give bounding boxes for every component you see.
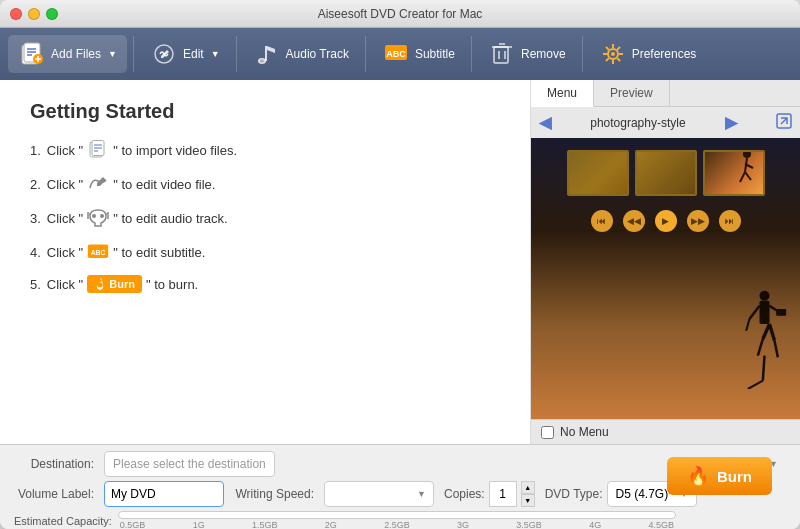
capacity-labels: 0.5GB 1G 1.5GB 2G 2.5GB 3G 3.5GB 4G 4.5G… <box>118 520 676 529</box>
preview-thumbnails <box>531 138 800 204</box>
edit-arrow: ▼ <box>211 49 220 59</box>
skip-forward-button[interactable]: ⏭ <box>719 210 741 232</box>
step-4-num: 4. <box>30 245 41 260</box>
estimated-capacity-label: Estimated Capacity: <box>14 515 112 527</box>
svg-point-34 <box>92 214 96 218</box>
step-5-post: " to burn. <box>146 277 198 292</box>
remove-button[interactable]: Remove <box>478 35 576 73</box>
svg-line-56 <box>758 339 763 356</box>
svg-rect-10 <box>265 46 267 61</box>
dvd-type-label: DVD Type: <box>545 487 603 501</box>
capacity-track <box>118 511 676 519</box>
subtitle-label: Subtitle <box>415 47 455 61</box>
burn-badge: Burn <box>87 275 142 293</box>
menu-name: photography-style <box>590 116 685 130</box>
writing-speed-select[interactable] <box>324 481 434 507</box>
step-1-pre: Click " <box>47 143 83 158</box>
preferences-button[interactable]: Preferences <box>589 35 707 73</box>
step-5-num: 5. <box>30 277 41 292</box>
minimize-button[interactable] <box>28 8 40 20</box>
step-3-icon <box>87 207 109 229</box>
main-content: Getting Started 1. Click " " to import v… <box>0 80 800 444</box>
volume-input[interactable] <box>104 481 224 507</box>
capacity-row: Estimated Capacity: 0.5GB 1G 1.5GB 2G 2.… <box>14 511 786 529</box>
getting-started-title: Getting Started <box>30 100 500 123</box>
step-5: 5. Click " Burn " to burn. <box>30 275 500 293</box>
svg-text:ABC: ABC <box>91 249 106 256</box>
svg-point-49 <box>760 291 770 301</box>
window-title: Aiseesoft DVD Creator for Mac <box>318 7 483 21</box>
no-menu-row: No Menu <box>531 419 800 444</box>
steps-list: 1. Click " " to import video files. 2. <box>30 139 500 293</box>
audio-track-icon <box>253 40 281 68</box>
no-menu-label: No Menu <box>560 425 609 439</box>
thumb-2 <box>635 150 697 196</box>
menu-nav: ◀ photography-style ▶ <box>531 107 800 138</box>
silhouette-image <box>737 289 792 389</box>
svg-line-60 <box>748 381 763 389</box>
svg-line-51 <box>750 306 760 319</box>
copies-down-button[interactable]: ▼ <box>521 494 535 507</box>
step-4-post: " to edit subtitle. <box>113 245 205 260</box>
step-2-num: 2. <box>30 177 41 192</box>
cap-label-6: 3.5GB <box>516 520 542 529</box>
cap-label-2: 1.5GB <box>252 520 278 529</box>
dvd-preview-image: ⏮ ◀◀ ▶ ▶▶ ⏭ <box>531 138 800 419</box>
writing-speed-label: Writing Speed: <box>234 487 314 501</box>
svg-line-27 <box>617 47 620 50</box>
destination-select[interactable]: Please select the destination <box>104 451 275 477</box>
svg-point-35 <box>100 214 104 218</box>
cap-label-8: 4.5GB <box>648 520 674 529</box>
subtitle-button[interactable]: ABC Subtitle <box>372 35 465 73</box>
step-1: 1. Click " " to import video files. <box>30 139 500 161</box>
add-files-button[interactable]: Add Files ▼ <box>8 35 127 73</box>
window-controls[interactable] <box>10 8 58 20</box>
next-menu-button[interactable]: ▶ <box>725 113 737 132</box>
separator-5 <box>582 36 583 72</box>
add-files-label: Add Files <box>51 47 101 61</box>
menu-tab[interactable]: Menu <box>531 80 594 107</box>
thumb-1 <box>567 150 629 196</box>
audio-track-label: Audio Track <box>286 47 349 61</box>
play-button[interactable]: ▶ <box>655 210 677 232</box>
copies-up-button[interactable]: ▲ <box>521 481 535 494</box>
options-row: Volume Label: Writing Speed: Copies: ▲ ▼… <box>14 481 786 507</box>
step-3-num: 3. <box>30 211 41 226</box>
getting-started-panel: Getting Started 1. Click " " to import v… <box>0 80 530 444</box>
separator-4 <box>471 36 472 72</box>
svg-rect-54 <box>776 309 786 316</box>
close-button[interactable] <box>10 8 22 20</box>
forward-button[interactable]: ▶▶ <box>687 210 709 232</box>
step-2-icon <box>87 173 109 195</box>
preview-panel: Menu Preview ◀ photography-style ▶ <box>530 80 800 444</box>
step-1-post: " to import video files. <box>113 143 237 158</box>
cap-label-4: 2.5GB <box>384 520 410 529</box>
export-button[interactable] <box>776 113 792 132</box>
copies-input[interactable] <box>489 481 517 507</box>
svg-line-57 <box>770 324 775 341</box>
prev-menu-button[interactable]: ◀ <box>539 113 551 132</box>
thumb-3 <box>703 150 765 196</box>
svg-line-46 <box>740 172 745 182</box>
capacity-bar-container: 0.5GB 1G 1.5GB 2G 2.5GB 3G 3.5GB 4G 4.5G… <box>118 511 786 529</box>
svg-point-44 <box>743 150 751 158</box>
skip-back-button[interactable]: ⏮ <box>591 210 613 232</box>
edit-button[interactable]: Edit ▼ <box>140 35 230 73</box>
step-3-pre: Click " <box>47 211 83 226</box>
burn-button[interactable]: 🔥 Burn <box>667 457 772 495</box>
no-menu-checkbox[interactable] <box>541 426 554 439</box>
cap-label-5: 3G <box>457 520 469 529</box>
step-2: 2. Click " " to edit video file. <box>30 173 500 195</box>
remove-label: Remove <box>521 47 566 61</box>
dvd-controls: ⏮ ◀◀ ▶ ▶▶ ⏭ <box>531 204 800 238</box>
svg-line-28 <box>606 58 609 61</box>
rewind-button[interactable]: ◀◀ <box>623 210 645 232</box>
step-2-pre: Click " <box>47 177 83 192</box>
step-4-pre: Click " <box>47 245 83 260</box>
audio-track-button[interactable]: Audio Track <box>243 35 359 73</box>
step-1-icon <box>87 139 109 161</box>
maximize-button[interactable] <box>46 8 58 20</box>
preview-tab[interactable]: Preview <box>594 80 670 106</box>
svg-line-52 <box>746 319 749 331</box>
separator-3 <box>365 36 366 72</box>
